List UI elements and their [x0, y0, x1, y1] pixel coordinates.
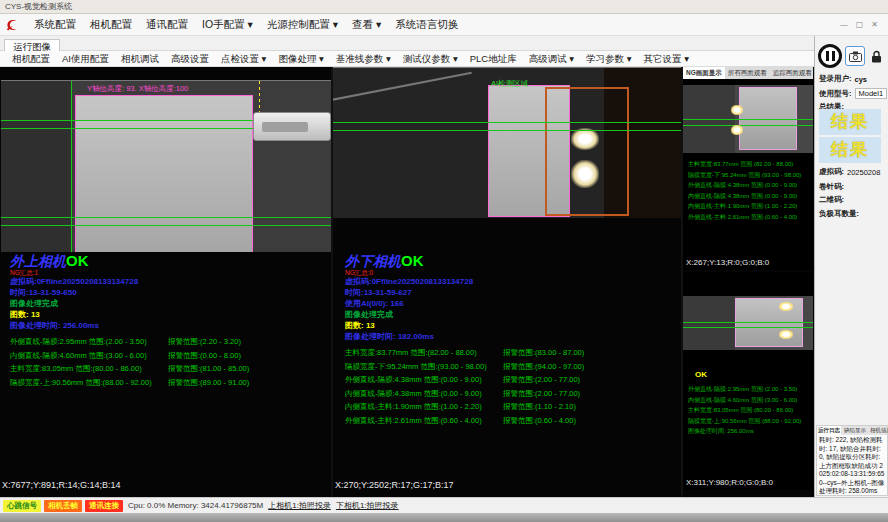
- process-done-line: 图像处理完成: [10, 298, 332, 309]
- measurement-line: 主料宽度:83.05mm 范围:(80.00 - 86.00): [688, 405, 801, 416]
- status-bar: 心跳信号相机丢帧通讯连接 Cpu: 0.0% Memory: 3424.4179…: [0, 497, 888, 513]
- login-user-row: 登录用户: cys: [819, 74, 885, 84]
- menu-item[interactable]: 相机配置: [83, 14, 139, 35]
- measure-marker-line: [259, 81, 260, 115]
- menu-item[interactable]: IO手配置 ▾: [195, 14, 260, 35]
- measurement-line: 外侧直线-隔膜:2.95mm 范围:(2.00 - 3.50): [688, 384, 801, 395]
- close-button[interactable]: ✕: [871, 15, 878, 35]
- window-bottom-edge: [0, 513, 888, 522]
- maximize-button[interactable]: ▢: [856, 15, 864, 35]
- measurement-row: 外侧直线-隔膜:4.38mm 范围:(0.00 - 9.00) 报警范围:(2.…: [345, 373, 667, 387]
- weld-glow-spot: [779, 302, 793, 311]
- weld-glow-spot: [731, 125, 743, 135]
- small-view-tab[interactable]: NG画面显示: [683, 67, 725, 79]
- result-badge-2: 结果: [819, 137, 881, 163]
- thumbnail-image-1[interactable]: [683, 85, 813, 153]
- measurement-value: 主料宽度:83.77mm 范围:(82.00 - 88.00): [345, 346, 503, 360]
- measurement-value: 主料宽度:83.05mm 范围:(80.00 - 86.00): [10, 362, 168, 376]
- guide-line: [683, 125, 813, 126]
- camera-view-upper-outer[interactable]: Y轴位高度: 93. X轴位高度:100: [1, 80, 331, 252]
- lower-camera-status: 下相机1:拍照投录: [336, 500, 399, 511]
- app-window: CYS-视觉检测系统 系统配置相机配置通讯配置IO手配置 ▾光源控制配置 ▾查看…: [0, 0, 888, 522]
- measurement-line: 隔膜宽度-上:90.56mm 范围:(88.00 - 92.00): [688, 416, 801, 427]
- measurement-value: 外侧直线-隔膜:4.38mm 范围:(0.00 - 9.00): [345, 373, 503, 387]
- time-line: 时间:13-31-59-627: [345, 287, 667, 298]
- toolbar-button[interactable]: 测试仪参数 ▾: [397, 51, 464, 66]
- sidebar-buttons: [818, 44, 888, 68]
- camera-name: 外下相机: [345, 253, 401, 269]
- status-badge: 心跳信号: [3, 500, 41, 512]
- model-label: 使用型号:: [819, 89, 852, 99]
- model-row: 使用型号: Model1: [819, 88, 885, 99]
- minimize-button[interactable]: —: [840, 15, 848, 35]
- measurement-row: 主料宽度:83.77mm 范围:(82.00 - 88.00) 报警范围:(83…: [345, 346, 667, 360]
- result-badge-1: 结果: [819, 109, 881, 135]
- measurement-line: 内侧直线-主料:1.90mm 范围:(1.00 - 2.20): [688, 201, 801, 212]
- camera-view-lower-outer[interactable]: AI检测区域: [333, 67, 681, 218]
- log-tab[interactable]: 相机信息: [869, 426, 888, 435]
- upper-camera-status: 上相机1:拍照投录: [268, 500, 331, 511]
- toolbar-button[interactable]: 高级设置: [165, 51, 215, 66]
- pause-button[interactable]: [818, 44, 842, 68]
- barcode-line: 虚拟码:0Ffline20250208133134728: [10, 276, 332, 287]
- toolbar-button[interactable]: 基准线参数 ▾: [330, 51, 397, 66]
- status-badges: 心跳信号相机丢帧通讯连接: [3, 500, 123, 512]
- model-value[interactable]: Model1: [855, 88, 888, 99]
- log-tab[interactable]: 运行日志: [817, 426, 841, 435]
- toolbar-button[interactable]: AI使用配置: [56, 51, 115, 66]
- login-user-label: 登录用户:: [819, 74, 852, 84]
- measurement-row: 内侧直线-隔膜:4.60mm 范围:(3.00 - 6.00) 报警范围:(0.…: [10, 349, 332, 363]
- menu-item[interactable]: 系统语言切换: [388, 14, 465, 35]
- thumbnail-view-2[interactable]: OK 外侧直线-隔膜:2.95mm 范围:(2.00 - 3.50)内侧直线-隔…: [683, 272, 813, 490]
- ok-status-small: OK: [695, 370, 707, 379]
- qr-code-row: 二维码:: [819, 195, 885, 205]
- time-line: 时间:13-31-59-650: [10, 287, 332, 298]
- toolbar-button[interactable]: 其它设置 ▾: [638, 51, 695, 66]
- lock-button[interactable]: [868, 46, 884, 66]
- app-logo-icon: [5, 18, 21, 32]
- small-view-tab[interactable]: 所有画面观看: [725, 67, 770, 79]
- toolbar-button[interactable]: PLC地址库: [464, 51, 523, 66]
- ai-time-line: 使用AI(0/0): 166: [345, 298, 667, 309]
- camera-icon: [849, 51, 862, 62]
- toolbar-button[interactable]: 学习参数 ▾: [580, 51, 637, 66]
- middle-result-block: 外下相机OK NG汇总:0 虚拟码:0Ffline202502081331347…: [345, 253, 667, 427]
- measurement-line: 内侧直线-隔膜:4.60mm 范围:(3.00 - 6.00): [688, 395, 801, 406]
- lock-icon: [871, 50, 882, 63]
- frame-count-line: 图数: 13: [10, 309, 332, 320]
- camera-name-result: 外下相机OK: [345, 253, 667, 269]
- menu-item[interactable]: 系统配置: [27, 14, 83, 35]
- virtual-code-row: 虚拟码: 20250208: [819, 167, 885, 177]
- thumbnail-coords-1: X:267;Y:13;R:0;G:0;B:0: [686, 258, 769, 267]
- camera-capture-button[interactable]: [845, 46, 865, 66]
- separator-film-region: [75, 95, 253, 252]
- log-text[interactable]: 耗时: 222, 缺陷检测耗时: 17, 缺陷合并耗时: 0, 缺陷提取分区耗时…: [817, 435, 887, 497]
- camera-name: 外上相机: [10, 253, 66, 269]
- toolbar-button[interactable]: 相机配置: [6, 51, 56, 66]
- menu-items: 系统配置相机配置通讯配置IO手配置 ▾光源控制配置 ▾查看 ▾系统语言切换: [27, 14, 465, 35]
- measurement-row: 内侧直线-主料:1.90mm 范围:(1.00 - 2.20) 报警范围:(1.…: [345, 400, 667, 414]
- menu-item[interactable]: 查看 ▾: [345, 14, 388, 35]
- measurement-line: 图像处理时间: 256.00ms: [688, 426, 801, 437]
- measurement-value: 内侧直线-隔膜:4.38mm 范围:(0.00 - 9.00): [345, 387, 503, 401]
- toolbar-button[interactable]: 高级调试 ▾: [523, 51, 580, 66]
- thumbnail-coords-2: X:311;Y:980;R:0;G:0;B:0: [686, 478, 773, 487]
- toolbar-button[interactable]: 点检设置 ▾: [215, 51, 272, 66]
- thumbnail-image-2[interactable]: [683, 296, 813, 350]
- log-tab[interactable]: 缺陷显示: [843, 426, 867, 435]
- roi-rectangle: [545, 87, 629, 216]
- toolbar-button[interactable]: 相机调试: [115, 51, 165, 66]
- small-view-tab[interactable]: 追踪画面观看: [770, 67, 815, 79]
- weld-glow-spot: [571, 128, 599, 150]
- window-titlebar[interactable]: CYS-视觉检测系统: [0, 0, 888, 14]
- toolbar-button[interactable]: 图像处理 ▾: [272, 51, 329, 66]
- frame-count-line: 图数: 13: [345, 320, 667, 331]
- login-user-value: cys: [855, 75, 868, 84]
- weld-glow-spot: [779, 330, 793, 339]
- thumbnail-view-1[interactable]: 主料宽度:83.77mm 范围:(82.00 - 88.00)隔膜宽度-下:95…: [683, 79, 813, 270]
- pin-code-label: 卷针码:: [819, 182, 844, 192]
- menu-item[interactable]: 光源控制配置 ▾: [260, 14, 345, 35]
- control-sidebar: 登录用户: cys 使用型号: Model1 总结果: 结果 结果 虚拟码: 2…: [814, 36, 888, 497]
- menu-item[interactable]: 通讯配置: [139, 14, 195, 35]
- measurement-value: 隔膜宽度-下:95.24mm 范围:(93.00 - 98.00): [345, 360, 503, 374]
